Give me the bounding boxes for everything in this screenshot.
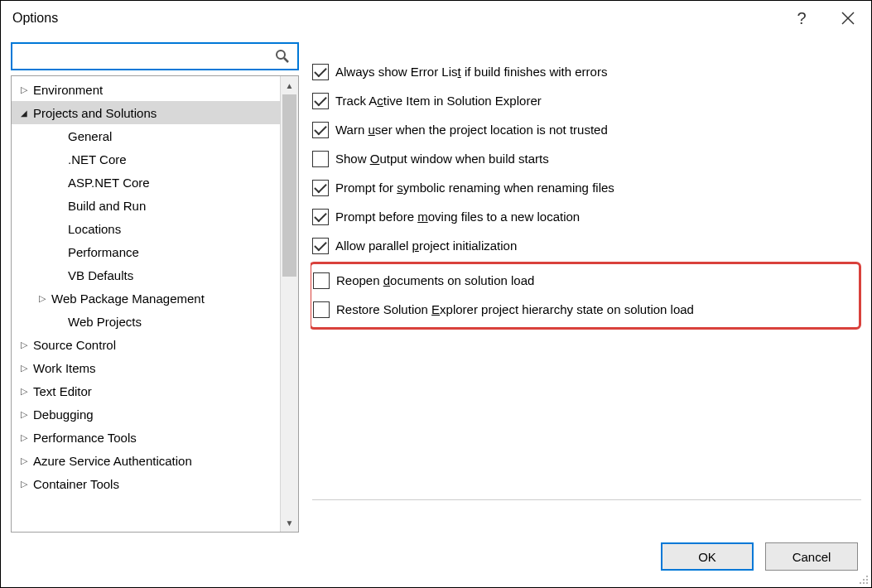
tree-scrollbar[interactable]: ▲ ▼ <box>280 76 298 532</box>
checkbox[interactable] <box>312 180 329 196</box>
tree-item-label: .NET Core <box>66 152 127 166</box>
option-row: Reopen documents on solution load <box>313 266 854 295</box>
option-label[interactable]: Allow parallel project initialization <box>335 239 517 253</box>
chevron-right-icon[interactable]: ▷ <box>17 432 31 443</box>
tree-item[interactable]: ASP.NET Core <box>12 171 280 194</box>
chevron-right-icon[interactable]: ▷ <box>17 479 31 489</box>
tree-item-label: Locations <box>66 222 121 236</box>
resize-grip-icon[interactable] <box>857 573 869 585</box>
option-label[interactable]: Reopen documents on solution load <box>336 273 534 287</box>
checkbox[interactable] <box>312 209 329 225</box>
tree-item-label: General <box>66 129 112 143</box>
tree-item-label: Web Package Management <box>50 292 205 306</box>
checkbox[interactable] <box>312 64 329 80</box>
option-label[interactable]: Show Output window when build starts <box>335 152 549 166</box>
option-row: Warn user when the project location is n… <box>312 115 861 144</box>
checkbox[interactable] <box>313 301 330 318</box>
tree-item[interactable]: Locations <box>12 217 280 240</box>
options-dialog: Options ? ▷Environment◢Projects and <box>0 0 872 588</box>
svg-point-8 <box>863 582 865 584</box>
tree-item-label: Azure Service Authentication <box>31 454 192 468</box>
tree-item-label: Performance <box>66 245 139 259</box>
checkbox[interactable] <box>312 238 329 254</box>
tree-item[interactable]: Performance <box>12 240 280 263</box>
checkbox[interactable] <box>312 122 329 138</box>
chevron-right-icon[interactable]: ▷ <box>17 409 31 420</box>
tree-item-label: Text Editor <box>31 384 92 398</box>
left-pane: ▷Environment◢Projects and SolutionsGener… <box>11 42 299 533</box>
svg-point-9 <box>866 582 868 584</box>
tree-item[interactable]: ▷Container Tools <box>12 472 280 495</box>
tree-item[interactable]: ▷Azure Service Authentication <box>12 449 280 472</box>
tree-item[interactable]: General <box>12 124 280 147</box>
chevron-right-icon[interactable]: ▷ <box>17 363 31 374</box>
svg-point-4 <box>866 576 868 577</box>
option-row: Prompt for symbolic renaming when renami… <box>312 173 861 202</box>
tree-item-label: Projects and Solutions <box>31 106 157 120</box>
option-label[interactable]: Restore Solution Explorer project hierar… <box>336 302 694 316</box>
option-row: Always show Error List if build finishes… <box>312 57 861 86</box>
option-row: Show Output window when build starts <box>312 144 861 173</box>
close-button[interactable] <box>825 1 871 36</box>
search-input[interactable] <box>16 44 272 69</box>
settings-panel: Always show Error List if build finishes… <box>311 42 861 533</box>
cancel-button[interactable]: Cancel <box>765 542 858 571</box>
dialog-footer: OK Cancel <box>1 533 871 587</box>
svg-point-6 <box>866 579 868 581</box>
option-row: Prompt before moving files to a new loca… <box>312 202 861 231</box>
scroll-up-icon[interactable]: ▲ <box>281 76 298 94</box>
tree-item[interactable]: .NET Core <box>12 147 280 171</box>
svg-point-7 <box>860 582 861 584</box>
help-button[interactable]: ? <box>778 1 825 36</box>
option-label[interactable]: Track Active Item in Solution Explorer <box>335 94 542 108</box>
close-icon <box>841 12 855 25</box>
highlighted-options: Reopen documents on solution loadRestore… <box>311 262 861 330</box>
svg-point-2 <box>277 51 285 59</box>
svg-line-3 <box>284 58 288 62</box>
tree-list[interactable]: ▷Environment◢Projects and SolutionsGener… <box>12 76 280 532</box>
checkbox[interactable] <box>312 151 329 167</box>
tree-item[interactable]: ▷Debugging <box>12 402 280 426</box>
option-row: Restore Solution Explorer project hierar… <box>313 295 854 324</box>
tree-item[interactable]: ▷Performance Tools <box>12 426 280 449</box>
scroll-thumb[interactable] <box>282 94 296 277</box>
tree-item[interactable]: ▷Environment <box>12 78 280 101</box>
tree-item[interactable]: VB Defaults <box>12 263 280 287</box>
tree-item[interactable]: ▷Web Package Management <box>12 287 280 310</box>
option-label[interactable]: Warn user when the project location is n… <box>335 123 608 137</box>
scroll-down-icon[interactable]: ▼ <box>281 513 298 532</box>
ok-button[interactable]: OK <box>661 542 754 571</box>
tree-item-label: Source Control <box>31 338 116 352</box>
tree-item-label: Debugging <box>31 407 94 422</box>
option-label[interactable]: Prompt for symbolic renaming when renami… <box>335 181 614 195</box>
chevron-right-icon[interactable]: ▷ <box>17 455 31 466</box>
option-label[interactable]: Always show Error List if build finishes… <box>335 65 607 79</box>
chevron-right-icon[interactable]: ▷ <box>17 386 31 397</box>
search-box[interactable] <box>11 42 299 70</box>
tree-item[interactable]: ▷Source Control <box>12 333 280 356</box>
svg-point-5 <box>863 579 865 581</box>
tree-item-label: Web Projects <box>66 315 142 329</box>
footer-separator <box>312 499 861 500</box>
tree-item-label: Environment <box>31 83 103 97</box>
tree-item[interactable]: Build and Run <box>12 194 280 217</box>
chevron-right-icon[interactable]: ▷ <box>17 84 31 95</box>
options-list: Always show Error List if build finishes… <box>312 57 861 260</box>
chevron-right-icon[interactable]: ▷ <box>35 293 50 304</box>
chevron-down-icon[interactable]: ◢ <box>17 108 31 118</box>
tree-item[interactable]: ◢Projects and Solutions <box>12 101 280 124</box>
tree-item-label: ASP.NET Core <box>66 176 150 190</box>
tree-item[interactable]: ▷Text Editor <box>12 379 280 402</box>
chevron-right-icon[interactable]: ▷ <box>17 340 31 350</box>
checkbox[interactable] <box>312 93 329 109</box>
checkbox[interactable] <box>313 272 330 289</box>
tree-item[interactable]: Web Projects <box>12 310 280 333</box>
tree-item-label: VB Defaults <box>66 268 133 282</box>
tree-item-label: Container Tools <box>31 477 119 491</box>
content-area: ▷Environment◢Projects and SolutionsGener… <box>1 36 871 533</box>
dialog-title: Options <box>12 11 778 26</box>
titlebar: Options ? <box>1 1 871 36</box>
category-tree: ▷Environment◢Projects and SolutionsGener… <box>11 75 299 533</box>
option-label[interactable]: Prompt before moving files to a new loca… <box>335 210 580 224</box>
tree-item[interactable]: ▷Work Items <box>12 356 280 379</box>
